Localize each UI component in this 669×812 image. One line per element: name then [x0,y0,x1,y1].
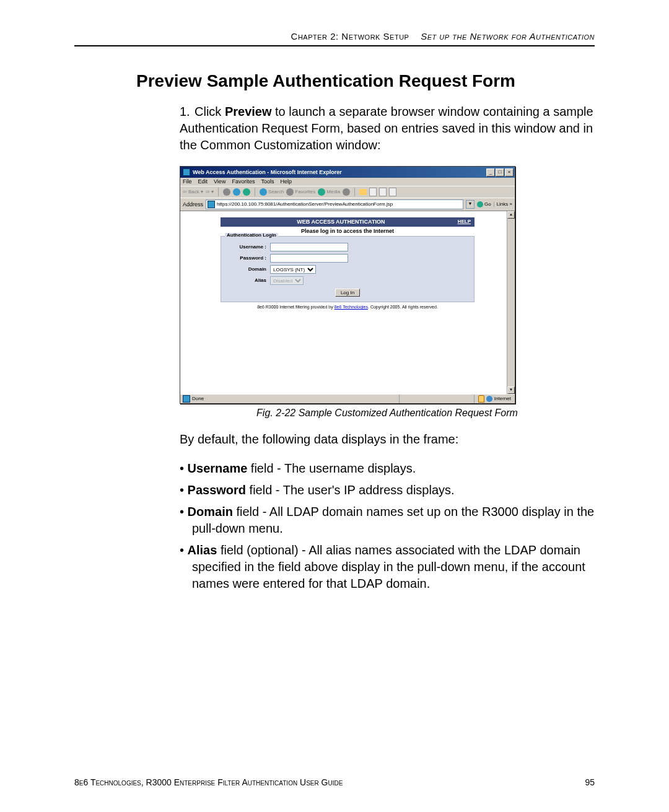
address-label: Address [183,202,203,207]
toolbar: ⇦ Back ▾ ⇨ ▾ Search Favorites Media [180,186,515,198]
auth-panel: Authentication Login Username : Password… [221,236,474,302]
username-field[interactable] [270,243,348,251]
links-button[interactable]: Links » [494,202,512,207]
menu-file[interactable]: File [183,179,192,185]
list-item: Domain field - All LDAP domain names set… [180,504,595,537]
go-icon [477,201,483,207]
ie-icon [183,168,190,176]
address-input[interactable]: https://200.10.100.75:8081/Authenticatio… [206,199,463,209]
auth-box: WEB ACCESS AUTHENTICATION HELP Please lo… [221,217,474,309]
minimize-button[interactable]: _ [486,168,495,177]
print-icon[interactable] [369,188,377,196]
ie-window: Web Access Authentication - Microsoft In… [180,166,515,404]
go-button[interactable]: Go [477,201,491,207]
domain-label: Domain [226,267,270,272]
footer-text: 8e6 Technologies, R3000 Enterprise Filte… [74,777,585,787]
globe-icon [486,396,492,402]
refresh-icon[interactable] [233,188,240,196]
forward-button[interactable]: ⇨ ▾ [206,190,214,194]
password-field[interactable] [270,254,348,263]
status-zone: Internet [494,396,511,401]
menu-favorites[interactable]: Favorites [232,179,255,185]
page-icon [208,201,215,208]
menu-tools[interactable]: Tools [261,179,274,185]
menubar: File Edit View Favorites Tools Help [180,178,515,186]
address-dropdown[interactable]: ▼ [466,200,474,209]
list-item: Alias field (optional) - All alias names… [180,542,595,592]
maximize-button[interactable]: □ [496,168,504,177]
search-icon [260,188,267,196]
list-item: Password field - The user's IP address d… [180,482,595,499]
scrollbar[interactable]: ▲ ▼ [507,211,515,394]
scroll-up-button[interactable]: ▲ [507,211,515,219]
content-area: ▲ ▼ WEB ACCESS AUTHENTICATION HELP Pleas… [180,211,515,394]
lock-icon [478,395,484,403]
search-button[interactable]: Search [260,188,284,196]
address-bar: Address https://200.10.100.75:8081/Authe… [180,198,515,211]
domain-select[interactable]: LOGSYS (NT) [270,265,316,274]
history-icon[interactable] [343,188,350,196]
menu-edit[interactable]: Edit [198,179,208,185]
help-link[interactable]: HELP [458,219,471,225]
8e6-link[interactable]: 8e6 Technologies [334,305,368,309]
header-section: Set up the Network for Authentication [421,31,595,41]
stop-icon[interactable] [223,188,230,196]
figure-caption: Fig. 2-22 Sample Customized Authenticati… [180,408,595,419]
mail-icon[interactable] [359,189,367,195]
media-button[interactable]: Media [318,188,340,196]
status-text: Done [192,396,204,401]
step-1: 1.Click Preview to launch a separate bro… [180,103,595,154]
favorites-button[interactable]: Favorites [286,188,315,196]
page-number: 95 [585,777,595,787]
alias-select: Disabled [270,276,304,285]
login-button[interactable]: Log In [335,289,360,297]
list-item: Username field - The username displays. [180,460,595,477]
header-chapter: Chapter 2: Network Setup [291,31,409,41]
auth-footer: 8e6 R3000 Internet filtering provided by… [221,305,474,309]
edit-icon[interactable] [379,188,387,196]
status-page-icon [183,395,190,403]
back-button[interactable]: ⇦ Back ▾ [183,190,203,194]
username-label: Username : [226,245,270,250]
default-paragraph: By default, the following data displays … [180,431,595,448]
favorites-icon [286,188,294,196]
section-title: Preview Sample Authentication Request Fo… [136,71,595,91]
auth-title: WEB ACCESS AUTHENTICATION [224,219,458,225]
figure-2-22: Web Access Authentication - Microsoft In… [180,166,595,419]
auth-legend: Authentication Login [225,233,278,238]
menu-help[interactable]: Help [280,179,292,185]
menu-view[interactable]: View [214,179,225,185]
alias-label: Alias [226,278,270,283]
window-title: Web Access Authentication - Microsoft In… [193,170,486,175]
media-icon [318,188,325,196]
auth-header: WEB ACCESS AUTHENTICATION HELP [221,217,474,227]
titlebar: Web Access Authentication - Microsoft In… [180,167,515,178]
page-footer: 8e6 Technologies, R3000 Enterprise Filte… [74,777,595,787]
password-label: Password : [226,256,270,261]
bullets: Username field - The username displays. … [180,460,595,592]
discuss-icon[interactable] [389,188,396,196]
close-button[interactable]: × [505,168,514,177]
address-url: https://200.10.100.75:8081/Authenticatio… [217,202,393,207]
statusbar: Done Internet [180,394,515,403]
page-header: Chapter 2: Network Setup Set up the Netw… [74,31,595,46]
home-icon[interactable] [243,188,250,196]
scroll-down-button[interactable]: ▼ [507,386,515,394]
step-number: 1. [180,103,195,120]
